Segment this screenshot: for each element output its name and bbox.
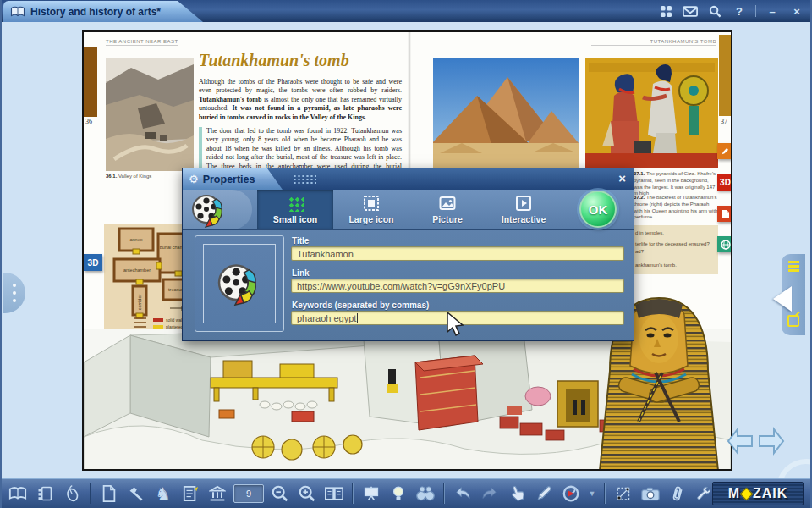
svg-text:solid wall: solid wall — [166, 318, 183, 323]
dialog-titlebar[interactable]: ⚙ Properties × — [183, 168, 634, 190]
paragraph-2: The door that led to the tomb was found … — [206, 127, 402, 161]
mail-icon[interactable] — [682, 3, 699, 19]
open-book-icon — [10, 6, 25, 18]
exercise-pen-badge[interactable] — [717, 143, 732, 159]
page-media-badge[interactable] — [717, 206, 732, 222]
toolbar-separator — [443, 483, 445, 504]
media-type-bulge — [183, 190, 252, 229]
interactive-play-icon — [515, 195, 532, 212]
question-fragment-3: ad? — [635, 249, 644, 255]
book-title-tab[interactable]: History and history of arts* — [3, 1, 203, 22]
record-tool-button[interactable] — [560, 483, 582, 505]
dropdown-arrow[interactable]: ▼ — [587, 483, 597, 505]
binoculars-button[interactable] — [414, 483, 436, 505]
node-select-button[interactable] — [612, 483, 634, 505]
window-title: History and history of arts* — [30, 6, 161, 18]
tab-large-icon[interactable]: Large icon — [333, 190, 409, 229]
double-page-button[interactable] — [323, 483, 345, 505]
bottom-toolbar: ♞ 9 — [2, 478, 810, 508]
caption-37-2: 37.2. The backrest of Tutankhamun's thro… — [634, 195, 718, 221]
menu-icon[interactable] — [788, 261, 799, 273]
title-field-label: Title — [292, 236, 309, 246]
undo-button[interactable] — [452, 483, 474, 505]
pointer-hand-button[interactable] — [506, 483, 528, 505]
tutankhamun-throne-image[interactable] — [585, 58, 718, 168]
toolbar-separator — [352, 483, 354, 504]
lightbulb-button[interactable] — [387, 483, 409, 505]
exercise-sheet-button[interactable] — [179, 483, 201, 505]
svg-text:corridor: corridor — [137, 295, 142, 311]
search-icon[interactable] — [706, 3, 723, 19]
dialog-title-tab: ⚙ Properties — [183, 168, 283, 190]
mouse-tool-button[interactable] — [61, 483, 83, 505]
redo-button[interactable] — [479, 483, 501, 505]
previous-page-arrow[interactable] — [726, 425, 754, 457]
svg-text:annex: annex — [130, 237, 143, 242]
close-button[interactable]: × — [788, 3, 805, 19]
mozabook-window: History and history of arts* ? – × 36 TH… — [0, 0, 812, 508]
right-panel-tab[interactable] — [782, 254, 805, 335]
new-page-button[interactable] — [98, 483, 120, 505]
tab-picture[interactable]: Picture — [409, 190, 486, 229]
question-fragment-1: d in temples. — [635, 230, 664, 236]
chess-knight-button[interactable]: ♞ — [152, 483, 174, 505]
valley-of-kings-photo[interactable] — [106, 58, 194, 171]
page-number-right: 37 — [721, 118, 727, 125]
globe-badge[interactable] — [717, 236, 732, 252]
page-number-box[interactable]: 9 — [233, 484, 264, 503]
dialog-close-button[interactable]: × — [618, 171, 626, 186]
title-input[interactable]: Tutankhamon — [291, 246, 624, 261]
picture-icon — [439, 195, 456, 212]
drag-handle-dots[interactable] — [293, 174, 316, 185]
small-icon-grid-icon — [288, 196, 304, 212]
question-fragment-4: ankhamun's tomb. — [635, 262, 677, 268]
pyramids-photo[interactable] — [433, 58, 579, 168]
edit-panel-icon[interactable] — [787, 315, 799, 327]
link-field-label: Link — [292, 268, 310, 278]
dialog-title: Properties — [203, 174, 255, 185]
article-title: Tutankhamun's tomb — [199, 51, 349, 70]
help-icon[interactable]: ? — [731, 3, 748, 19]
paperclip-button[interactable] — [667, 483, 689, 505]
window-titlebar: History and history of arts* ? – × — [2, 0, 810, 22]
ok-button[interactable]: OK — [579, 190, 617, 228]
dialog-tabs: Small icon Large icon Picture Interactiv… — [257, 190, 562, 229]
film-reel-icon-large — [215, 261, 264, 306]
3d-scene-badge-right[interactable]: 3D — [717, 174, 732, 190]
zoom-in-button[interactable] — [296, 483, 318, 505]
camera-button[interactable] — [639, 483, 661, 505]
logo-diamond-icon — [740, 487, 754, 500]
apps-grid-icon[interactable] — [657, 3, 674, 19]
keywords-field-label: Keywords (separated by commas) — [292, 301, 429, 310]
mozaik-logo[interactable]: MZAIK — [712, 482, 804, 505]
link-input[interactable]: https://www.youtube.com/watch?v=gG9nXFy0… — [291, 279, 624, 293]
tab-small-icon[interactable]: Small icon — [257, 190, 333, 229]
chapter-color-bar-left — [84, 47, 97, 117]
presentation-board-button[interactable] — [360, 483, 382, 505]
large-icon-stamp-icon — [363, 195, 380, 212]
museum-button[interactable] — [206, 483, 228, 505]
3d-scene-badge-left[interactable]: 3D — [84, 254, 102, 271]
left-panel-handle[interactable] — [3, 273, 25, 313]
next-page-arrow[interactable] — [757, 425, 786, 457]
pen-button[interactable] — [533, 483, 555, 505]
properties-dialog: ⚙ Properties × Small icon — [182, 168, 634, 341]
caption-36-1: 36.1. Valley of Kings — [106, 174, 151, 180]
mouse-cursor — [446, 312, 464, 337]
titlebar-separator — [755, 5, 756, 17]
tools-hammer-button[interactable] — [125, 483, 147, 505]
toolbar-separator — [604, 483, 606, 504]
svg-text:antechamber: antechamber — [123, 268, 151, 273]
lead-paragraph: Although the tombs of the Pharaohs were … — [199, 78, 402, 122]
collapse-arrow-icon[interactable] — [773, 286, 792, 312]
tab-interactive[interactable]: Interactive — [486, 190, 562, 229]
media-icon-preview — [195, 235, 284, 332]
toolbar-separator — [90, 483, 91, 504]
caption-37-1: 37.1. The pyramids of Giza. Khafre's pyr… — [634, 171, 718, 197]
minimize-button[interactable]: – — [764, 3, 781, 19]
bookmarks-button[interactable] — [34, 483, 56, 505]
zoom-out-button[interactable] — [269, 483, 291, 505]
running-header-left: THE ANCIENT NEAR EAST — [106, 39, 178, 46]
film-reel-icon — [189, 192, 228, 228]
library-book-button[interactable] — [7, 483, 29, 505]
